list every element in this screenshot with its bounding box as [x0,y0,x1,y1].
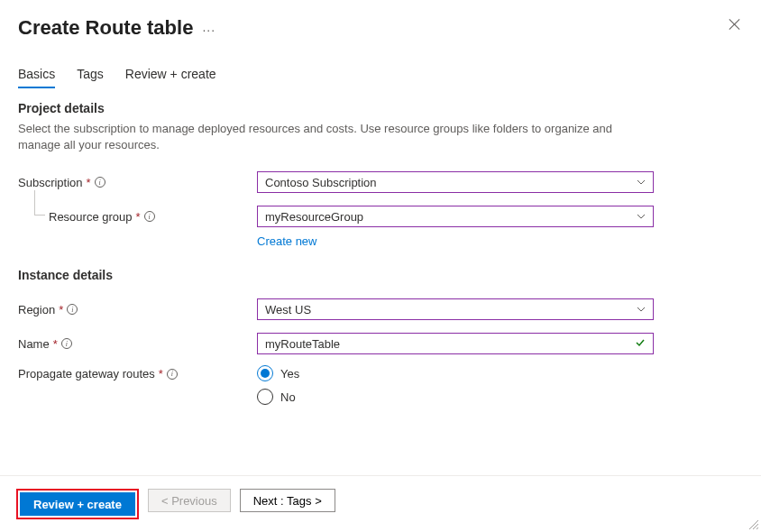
name-label: Name * i [18,337,257,351]
info-icon[interactable]: i [167,369,178,380]
required-indicator: * [159,367,163,381]
close-icon[interactable] [729,18,741,31]
propagate-radio-yes[interactable]: Yes [257,365,654,381]
required-indicator: * [53,337,58,351]
create-new-link[interactable]: Create new [257,234,316,248]
subscription-label: Subscription * i [18,176,257,189]
more-icon[interactable]: ··· [202,19,215,37]
resource-group-select[interactable]: myResourceGroup [257,206,654,227]
tab-tags[interactable]: Tags [77,67,104,88]
instance-details-heading: Instance details [18,268,743,282]
region-select[interactable]: West US [257,298,654,320]
footer-bar: Review + create < Previous Next : Tags > [0,475,761,519]
chevron-down-icon [637,178,646,187]
required-indicator: * [87,176,91,189]
chevron-down-icon [637,305,646,314]
propagate-radio-no[interactable]: No [257,389,654,405]
project-details-description: Select the subscription to manage deploy… [18,121,649,153]
tab-review-create[interactable]: Review + create [125,67,216,88]
subscription-select[interactable]: Contoso Subscription [257,171,654,193]
next-button[interactable]: Next : Tags > [240,489,335,512]
info-icon[interactable]: i [95,177,105,188]
propagate-label: Propagate gateway routes * i [18,365,257,381]
required-indicator: * [136,210,141,224]
resource-group-label: Resource group * i [18,210,257,224]
highlight-box: Review + create [16,489,139,519]
chevron-down-icon [637,212,646,221]
review-create-button[interactable]: Review + create [20,492,135,516]
radio-icon [257,365,273,381]
info-icon[interactable]: i [144,211,155,222]
info-icon[interactable]: i [61,338,72,349]
tree-indent-line [34,190,45,216]
required-indicator: * [59,303,63,316]
radio-icon [257,389,273,405]
previous-button: < Previous [148,489,231,512]
tab-basics[interactable]: Basics [18,67,55,88]
resize-handle-icon[interactable] [748,519,759,530]
check-icon [635,337,646,351]
tab-bar: Basics Tags Review + create [0,40,761,88]
project-details-heading: Project details [18,101,743,115]
region-label: Region * i [18,303,257,316]
page-title: Create Route table [18,16,193,40]
info-icon[interactable]: i [67,304,78,315]
name-input[interactable]: myRouteTable [257,333,654,354]
